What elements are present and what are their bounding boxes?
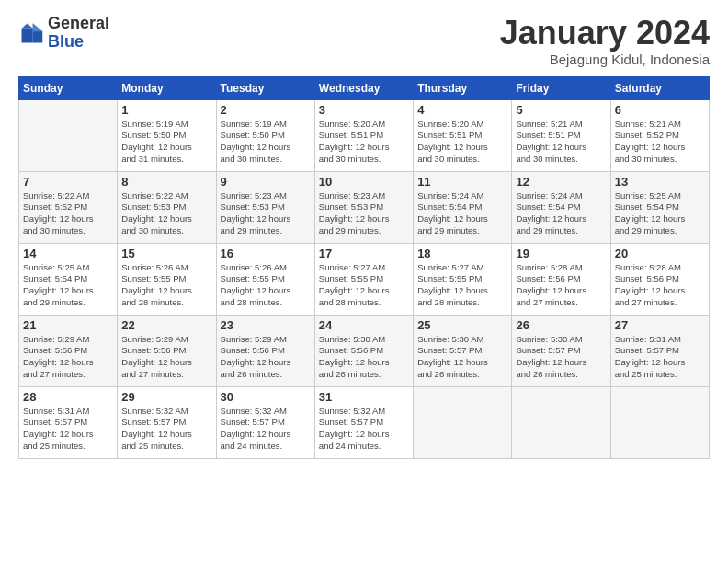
calendar-cell [512, 386, 610, 458]
day-info: Sunrise: 5:25 AMSunset: 5:54 PMDaylight:… [615, 190, 705, 237]
title-block: January 2024 Bejagung Kidul, Indonesia [500, 15, 710, 67]
day-info: Sunrise: 5:23 AMSunset: 5:53 PMDaylight:… [221, 190, 311, 237]
col-monday: Monday [118, 76, 216, 99]
day-info: Sunrise: 5:24 AMSunset: 5:54 PMDaylight:… [417, 190, 507, 237]
month-title: January 2024 [500, 15, 710, 52]
col-thursday: Thursday [414, 76, 512, 99]
header-row-days: Sunday Monday Tuesday Wednesday Thursday… [19, 76, 710, 99]
logo-general: General [48, 15, 109, 33]
header-row: General Blue January 2024 Bejagung Kidul… [18, 15, 710, 67]
calendar-cell [610, 386, 709, 458]
day-info: Sunrise: 5:29 AMSunset: 5:56 PMDaylight:… [121, 334, 211, 381]
svg-marker-1 [33, 23, 43, 31]
day-info: Sunrise: 5:28 AMSunset: 5:56 PMDaylight:… [516, 262, 606, 309]
logo-blue: Blue [48, 33, 109, 52]
calendar-cell: 28Sunrise: 5:31 AMSunset: 5:57 PMDayligh… [19, 386, 118, 458]
day-number: 24 [319, 318, 409, 332]
day-number: 8 [121, 175, 211, 189]
main-container: General Blue January 2024 Bejagung Kidul… [0, 0, 728, 468]
day-number: 17 [319, 247, 409, 260]
day-number: 21 [23, 318, 113, 332]
day-info: Sunrise: 5:29 AMSunset: 5:56 PMDaylight:… [221, 334, 311, 381]
day-info: Sunrise: 5:29 AMSunset: 5:56 PMDaylight:… [23, 334, 113, 381]
calendar-cell: 23Sunrise: 5:29 AMSunset: 5:56 PMDayligh… [216, 315, 314, 386]
day-info: Sunrise: 5:21 AMSunset: 5:52 PMDaylight:… [615, 119, 705, 166]
calendar-cell: 30Sunrise: 5:32 AMSunset: 5:57 PMDayligh… [216, 386, 314, 458]
calendar-cell: 16Sunrise: 5:26 AMSunset: 5:55 PMDayligh… [216, 243, 314, 315]
day-info: Sunrise: 5:20 AMSunset: 5:51 PMDaylight:… [417, 119, 507, 166]
calendar-week-4: 21Sunrise: 5:29 AMSunset: 5:56 PMDayligh… [19, 315, 710, 386]
col-friday: Friday [512, 76, 610, 99]
calendar-cell: 27Sunrise: 5:31 AMSunset: 5:57 PMDayligh… [610, 315, 709, 386]
day-info: Sunrise: 5:20 AMSunset: 5:51 PMDaylight:… [319, 119, 409, 166]
day-number: 20 [615, 247, 705, 260]
calendar-cell [414, 386, 512, 458]
day-number: 18 [417, 247, 507, 260]
calendar-week-3: 14Sunrise: 5:25 AMSunset: 5:54 PMDayligh… [19, 243, 710, 315]
day-info: Sunrise: 5:21 AMSunset: 5:51 PMDaylight:… [516, 119, 606, 166]
calendar-cell: 19Sunrise: 5:28 AMSunset: 5:56 PMDayligh… [512, 243, 610, 315]
calendar-cell: 2Sunrise: 5:19 AMSunset: 5:50 PMDaylight… [216, 99, 314, 171]
day-number: 13 [615, 175, 705, 189]
logo-icon [18, 20, 44, 46]
day-number: 30 [221, 390, 311, 404]
day-number: 5 [516, 103, 606, 117]
day-info: Sunrise: 5:31 AMSunset: 5:57 PMDaylight:… [23, 406, 113, 453]
day-info: Sunrise: 5:27 AMSunset: 5:55 PMDaylight:… [417, 262, 507, 309]
calendar-cell: 4Sunrise: 5:20 AMSunset: 5:51 PMDaylight… [414, 99, 512, 171]
calendar-cell: 29Sunrise: 5:32 AMSunset: 5:57 PMDayligh… [118, 386, 216, 458]
day-number: 29 [121, 390, 211, 404]
calendar-cell: 7Sunrise: 5:22 AMSunset: 5:52 PMDaylight… [19, 171, 118, 243]
day-number: 4 [417, 103, 507, 117]
calendar-cell [19, 99, 118, 171]
day-info: Sunrise: 5:32 AMSunset: 5:57 PMDaylight:… [319, 406, 409, 453]
calendar-table: Sunday Monday Tuesday Wednesday Thursday… [18, 76, 710, 459]
day-number: 12 [516, 175, 606, 189]
day-info: Sunrise: 5:23 AMSunset: 5:53 PMDaylight:… [319, 190, 409, 237]
svg-rect-2 [22, 29, 33, 43]
col-wednesday: Wednesday [314, 76, 413, 99]
day-number: 9 [221, 175, 311, 189]
calendar-cell: 12Sunrise: 5:24 AMSunset: 5:54 PMDayligh… [512, 171, 610, 243]
day-info: Sunrise: 5:32 AMSunset: 5:57 PMDaylight:… [221, 406, 311, 453]
calendar-cell: 22Sunrise: 5:29 AMSunset: 5:56 PMDayligh… [118, 315, 216, 386]
day-number: 19 [516, 247, 606, 260]
svg-marker-3 [22, 23, 33, 28]
day-info: Sunrise: 5:19 AMSunset: 5:50 PMDaylight:… [221, 119, 311, 166]
calendar-week-2: 7Sunrise: 5:22 AMSunset: 5:52 PMDaylight… [19, 171, 710, 243]
calendar-week-5: 28Sunrise: 5:31 AMSunset: 5:57 PMDayligh… [19, 386, 710, 458]
day-number: 6 [615, 103, 705, 117]
day-info: Sunrise: 5:19 AMSunset: 5:50 PMDaylight:… [121, 119, 211, 166]
col-sunday: Sunday [19, 76, 118, 99]
calendar-cell: 8Sunrise: 5:22 AMSunset: 5:53 PMDaylight… [118, 171, 216, 243]
logo: General Blue [18, 15, 109, 52]
calendar-cell: 9Sunrise: 5:23 AMSunset: 5:53 PMDaylight… [216, 171, 314, 243]
day-number: 23 [221, 318, 311, 332]
col-saturday: Saturday [610, 76, 709, 99]
day-number: 2 [221, 103, 311, 117]
day-info: Sunrise: 5:27 AMSunset: 5:55 PMDaylight:… [319, 262, 409, 309]
calendar-cell: 13Sunrise: 5:25 AMSunset: 5:54 PMDayligh… [610, 171, 709, 243]
calendar-cell: 21Sunrise: 5:29 AMSunset: 5:56 PMDayligh… [19, 315, 118, 386]
day-info: Sunrise: 5:30 AMSunset: 5:57 PMDaylight:… [417, 334, 507, 381]
calendar-cell: 1Sunrise: 5:19 AMSunset: 5:50 PMDaylight… [118, 99, 216, 171]
day-info: Sunrise: 5:24 AMSunset: 5:54 PMDaylight:… [516, 190, 606, 237]
calendar-week-1: 1Sunrise: 5:19 AMSunset: 5:50 PMDaylight… [19, 99, 710, 171]
calendar-cell: 24Sunrise: 5:30 AMSunset: 5:56 PMDayligh… [314, 315, 413, 386]
day-info: Sunrise: 5:32 AMSunset: 5:57 PMDaylight:… [121, 406, 211, 453]
day-info: Sunrise: 5:25 AMSunset: 5:54 PMDaylight:… [23, 262, 113, 309]
day-number: 25 [417, 318, 507, 332]
day-number: 28 [23, 390, 113, 404]
day-info: Sunrise: 5:30 AMSunset: 5:57 PMDaylight:… [516, 334, 606, 381]
day-number: 22 [121, 318, 211, 332]
logo-text: General Blue [48, 15, 109, 52]
day-number: 14 [23, 247, 113, 260]
calendar-cell: 20Sunrise: 5:28 AMSunset: 5:56 PMDayligh… [610, 243, 709, 315]
calendar-cell: 15Sunrise: 5:26 AMSunset: 5:55 PMDayligh… [118, 243, 216, 315]
day-number: 11 [417, 175, 507, 189]
day-number: 3 [319, 103, 409, 117]
col-tuesday: Tuesday [216, 76, 314, 99]
day-number: 1 [121, 103, 211, 117]
day-info: Sunrise: 5:31 AMSunset: 5:57 PMDaylight:… [615, 334, 705, 381]
location-subtitle: Bejagung Kidul, Indonesia [500, 52, 710, 67]
